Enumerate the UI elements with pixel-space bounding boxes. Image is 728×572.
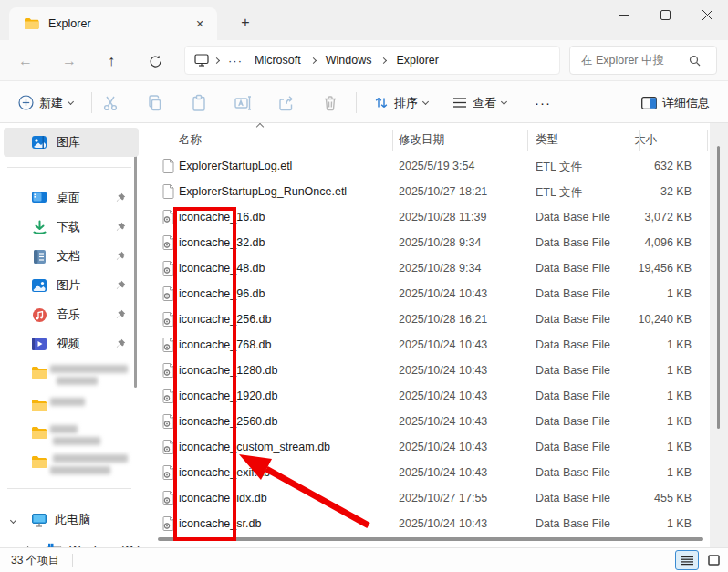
breadcrumb-item-explorer[interactable]: Explorer bbox=[390, 51, 445, 69]
tree-item-label: 此电脑 bbox=[55, 512, 90, 528]
explorer-window: Explorer ✕ + ← → ↑ ··· MicrosoftWindowsE… bbox=[0, 0, 728, 572]
file-row[interactable]: iconcache_256.db2025/10/28 16:21Data Bas… bbox=[146, 307, 710, 332]
up-icon[interactable]: ↑ bbox=[99, 49, 124, 73]
details-view-toggle[interactable] bbox=[675, 550, 699, 570]
file-row[interactable]: iconcache_16.db2025/10/28 11:39Data Base… bbox=[146, 204, 710, 230]
file-row[interactable]: iconcache_sr.db2025/10/24 10:43Data Base… bbox=[146, 511, 710, 536]
sidebar-item-folder-redacted-4[interactable] bbox=[4, 450, 139, 481]
file-row[interactable]: iconcache_custom_stream.db2025/10/24 10:… bbox=[146, 434, 710, 460]
file-date-modified: 2025/10/24 10:43 bbox=[399, 441, 487, 453]
chevron-down-icon[interactable] bbox=[10, 516, 16, 523]
search-input[interactable] bbox=[581, 54, 689, 67]
back-icon[interactable]: ← bbox=[13, 49, 38, 73]
desktop-icon bbox=[31, 190, 47, 206]
new-tab-button[interactable]: + bbox=[235, 13, 255, 33]
column-header-0[interactable]: 名称 bbox=[179, 132, 202, 148]
tree-item-this-pc[interactable]: 此电脑 bbox=[0, 506, 146, 534]
vertical-scrollbar-thumb[interactable] bbox=[717, 146, 720, 429]
chevron-down-icon bbox=[422, 98, 429, 104]
sidebar-item-pictures[interactable]: 图片 bbox=[4, 272, 139, 299]
breadcrumb: MicrosoftWindowsExplorer bbox=[248, 51, 445, 69]
file-row[interactable]: ExplorerStartupLog_RunOnce.etl2025/10/27… bbox=[146, 179, 710, 204]
column-separator[interactable] bbox=[707, 130, 708, 151]
file-date-modified: 2025/10/28 9:34 bbox=[399, 262, 481, 275]
file-row[interactable]: ExplorerStartupLog.etl2025/5/19 3:54ETL … bbox=[146, 153, 710, 179]
column-header-3[interactable]: 大小 bbox=[634, 132, 657, 148]
status-bar: 33 个项目 bbox=[0, 547, 728, 572]
maximize-button[interactable] bbox=[644, 0, 686, 30]
close-button[interactable] bbox=[686, 0, 728, 30]
file-row[interactable]: iconcache_48.db2025/10/28 9:34Data Base … bbox=[146, 255, 710, 281]
file-row[interactable]: iconcache_exif.db2025/10/24 10:43Data Ba… bbox=[146, 460, 710, 485]
file-name: iconcache_sr.db bbox=[179, 517, 261, 530]
sort-ascending-icon bbox=[256, 123, 264, 130]
file-row[interactable]: iconcache_1920.db2025/10/24 10:43Data Ba… bbox=[146, 383, 710, 409]
sort-button[interactable]: 排序 bbox=[367, 89, 435, 116]
rename-icon[interactable] bbox=[232, 92, 254, 114]
file-name: iconcache_16.db bbox=[179, 211, 265, 224]
file-row[interactable]: iconcache_idx.db2025/10/27 17:55Data Bas… bbox=[146, 485, 710, 511]
sidebar-item-folder-redacted-3[interactable] bbox=[4, 421, 139, 452]
file-date-modified: 2025/10/27 18:21 bbox=[399, 185, 487, 198]
file-date-modified: 2025/10/28 16:21 bbox=[399, 313, 487, 326]
sidebar-item-music[interactable]: 音乐 bbox=[4, 301, 139, 328]
delete-icon[interactable] bbox=[319, 92, 341, 114]
sidebar-item-videos[interactable]: 视频 bbox=[4, 330, 139, 358]
file-name: iconcache_custom_stream.db bbox=[179, 441, 330, 453]
column-separator[interactable] bbox=[527, 130, 528, 151]
view-button[interactable]: 查看 bbox=[445, 89, 514, 116]
sidebar-item-folder-redacted-1[interactable] bbox=[4, 360, 139, 391]
minimize-button[interactable] bbox=[602, 0, 644, 30]
file-row[interactable]: iconcache_96.db2025/10/24 10:43Data Base… bbox=[146, 281, 710, 307]
db-file-icon bbox=[162, 312, 174, 330]
address-box[interactable]: ··· MicrosoftWindowsExplorer bbox=[184, 46, 560, 75]
tab-explorer[interactable]: Explorer ✕ bbox=[9, 7, 217, 40]
tab-close-icon[interactable]: ✕ bbox=[192, 16, 208, 32]
sidebar-item-downloads[interactable]: 下载 bbox=[4, 213, 139, 241]
view-lines-icon bbox=[452, 97, 467, 109]
breadcrumb-ellipsis[interactable]: ··· bbox=[223, 54, 248, 68]
forward-icon[interactable]: → bbox=[57, 49, 82, 73]
sidebar-item-documents[interactable]: 文档 bbox=[4, 243, 139, 270]
column-header-1[interactable]: 修改日期 bbox=[399, 132, 444, 148]
tree-item-windows-c[interactable]: Windows (C:) bbox=[0, 536, 146, 547]
icons-view-toggle[interactable] bbox=[702, 550, 725, 570]
refresh-icon[interactable] bbox=[142, 49, 168, 73]
sidebar-item-desktop[interactable]: 桌面 bbox=[4, 184, 139, 212]
vertical-scrollbar-track[interactable] bbox=[710, 123, 728, 547]
column-separator[interactable] bbox=[639, 130, 640, 151]
file-row[interactable]: iconcache_2560.db2025/10/24 10:43Data Ba… bbox=[146, 409, 710, 434]
db-file-icon bbox=[162, 210, 174, 228]
column-header-2[interactable]: 类型 bbox=[536, 132, 558, 148]
column-separator[interactable] bbox=[392, 130, 393, 151]
file-size: 1 KB bbox=[609, 415, 692, 428]
breadcrumb-item-windows[interactable]: Windows bbox=[319, 51, 379, 69]
file-type: ETL 文件 bbox=[536, 185, 582, 201]
db-file-icon bbox=[162, 440, 174, 458]
sidebar-item-gallery[interactable]: 图库 bbox=[4, 128, 139, 157]
etl-file-icon bbox=[162, 159, 174, 177]
details-pane-label: 详细信息 bbox=[662, 95, 710, 111]
details-pane-button[interactable]: 详细信息 bbox=[634, 89, 717, 116]
cut-icon[interactable] bbox=[100, 92, 122, 114]
copy-icon[interactable] bbox=[144, 92, 166, 114]
horizontal-scrollbar-thumb[interactable] bbox=[158, 537, 703, 541]
search-box[interactable] bbox=[569, 46, 717, 75]
file-type: Data Base File bbox=[536, 338, 610, 351]
pin-icon bbox=[116, 308, 126, 322]
share-icon[interactable] bbox=[276, 92, 297, 114]
breadcrumb-item-microsoft[interactable]: Microsoft bbox=[248, 51, 307, 69]
file-row[interactable]: iconcache_1280.db2025/10/24 10:43Data Ba… bbox=[146, 358, 710, 383]
file-row[interactable]: iconcache_768.db2025/10/24 10:43Data Bas… bbox=[146, 332, 710, 358]
file-rows: ExplorerStartupLog.etl2025/5/19 3:54ETL … bbox=[146, 153, 710, 547]
file-date-modified: 2025/10/24 10:43 bbox=[399, 415, 487, 428]
file-row[interactable]: iconcache_32.db2025/10/28 9:34Data Base … bbox=[146, 230, 710, 255]
paste-icon[interactable] bbox=[188, 92, 210, 114]
db-file-icon bbox=[162, 491, 174, 509]
file-name: ExplorerStartupLog_RunOnce.etl bbox=[179, 185, 347, 198]
sidebar-item-folder-redacted-2[interactable] bbox=[4, 393, 139, 417]
more-options-button[interactable]: ··· bbox=[527, 89, 558, 116]
pin-icon bbox=[116, 338, 126, 351]
file-size: 455 KB bbox=[609, 492, 692, 504]
new-button[interactable]: 新建 bbox=[11, 89, 80, 116]
